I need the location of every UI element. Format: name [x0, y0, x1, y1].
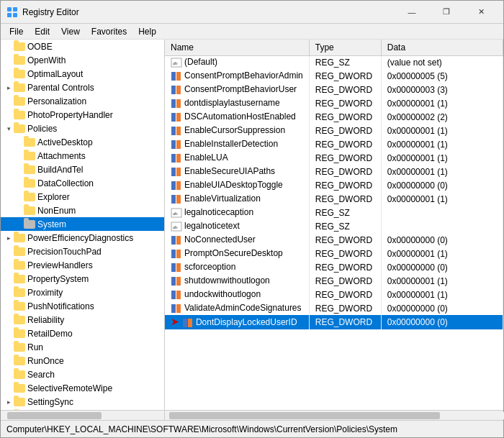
tree-item-activedesktop[interactable]: ActiveDesktop — [1, 135, 164, 149]
menu-item-help[interactable]: Help — [132, 25, 162, 38]
tree-item-run[interactable]: Run — [1, 340, 164, 354]
tree-toggle-nonenum[interactable] — [14, 206, 24, 216]
tree-toggle-optimallayout[interactable] — [4, 69, 14, 79]
tree-label-runonce: RunOnce — [27, 356, 64, 366]
tree-toggle-runonce[interactable] — [4, 356, 14, 366]
svg-rect-58 — [171, 263, 176, 268]
menu-item-edit[interactable]: Edit — [29, 25, 55, 38]
tree-item-datacollection[interactable]: DataCollection — [1, 176, 164, 190]
tree-toggle-search[interactable] — [4, 370, 14, 380]
tree-item-previewhandlers[interactable]: PreviewHandlers — [1, 258, 164, 272]
row-type-icon-0: ab — [171, 57, 182, 68]
table-row[interactable]: EnableVirtualizationREG_DWORD0x00000001 … — [165, 192, 503, 206]
tree-toggle-previewhandlers[interactable] — [4, 260, 14, 270]
tree-item-personalization[interactable]: Personalization — [1, 94, 164, 108]
table-row[interactable]: undockwithoutlogonREG_DWORD0x00000001 (1… — [165, 288, 503, 301]
table-row[interactable]: ValidateAdminCodeSignaturesREG_DWORD0x00… — [165, 301, 503, 315]
tree-item-proximity[interactable]: Proximity — [1, 286, 164, 299]
tree-pane[interactable]: OOBEOpenWithOptimalLayout▸Parental Contr… — [1, 40, 165, 410]
row-type-icon-1 — [171, 70, 182, 82]
tree-item-optimallayout[interactable]: OptimalLayout — [1, 67, 164, 81]
svg-rect-63 — [176, 277, 181, 281]
registry-hscroll[interactable] — [165, 411, 503, 420]
tree-item-pushnotifications[interactable]: PushNotifications — [1, 299, 164, 313]
tree-item-openwith[interactable]: OpenWith — [1, 53, 164, 67]
table-row[interactable]: PromptOnSecureDesktopREG_DWORD0x00000001… — [165, 247, 503, 260]
table-row[interactable]: EnableSecureUIAPathsREG_DWORD0x00000001 … — [165, 165, 503, 178]
tree-item-settingsync[interactable]: ▸SettingSync — [1, 395, 164, 409]
tree-hscroll[interactable] — [1, 411, 165, 420]
tree-item-parental[interactable]: ▸Parental Controls — [1, 81, 164, 94]
table-row[interactable]: EnableUIADesktopToggleREG_DWORD0x0000000… — [165, 178, 503, 192]
menu-item-view[interactable]: View — [55, 25, 86, 38]
tree-toggle-buildandtel[interactable] — [14, 165, 24, 175]
table-row[interactable]: scforceoptionREG_DWORD0x00000000 (0) — [165, 260, 503, 274]
cell-name-0: ab(Default) — [165, 55, 309, 69]
tree-toggle-oobe[interactable] — [4, 42, 14, 52]
tree-item-photoproperty[interactable]: PhotoPropertyHandler — [1, 108, 164, 122]
table-row[interactable]: ablegalnoticetextREG_SZ — [165, 219, 503, 233]
svg-rect-51 — [176, 236, 181, 240]
menu-item-favorites[interactable]: Favorites — [86, 25, 132, 38]
table-row[interactable]: EnableLUAREG_DWORD0x00000001 (1) — [165, 151, 503, 165]
tree-item-oobe[interactable]: OOBE — [1, 40, 164, 53]
tree-toggle-reliability[interactable] — [4, 315, 14, 325]
cell-type-16: REG_DWORD — [309, 274, 381, 288]
tree-toggle-parental[interactable]: ▸ — [4, 83, 14, 93]
tree-item-reliability[interactable]: Reliability — [1, 313, 164, 327]
svg-rect-66 — [171, 291, 176, 295]
row-type-icon-5 — [171, 125, 182, 137]
tree-item-search[interactable]: Search — [1, 368, 164, 381]
tree-toggle-precisiontouchpad[interactable] — [4, 247, 14, 257]
tree-item-nonenum[interactable]: NonEnum — [1, 204, 164, 217]
tree-item-explorer[interactable]: Explorer — [1, 190, 164, 204]
tree-toggle-explorer[interactable] — [14, 192, 24, 202]
table-row[interactable]: shutdownwithoutlogonREG_DWORD0x00000001 … — [165, 274, 503, 288]
table-row[interactable]: dontdisplaylastusernameREG_DWORD0x000000… — [165, 96, 503, 110]
menu-item-file[interactable]: File — [4, 25, 29, 38]
tree-item-attachments[interactable]: Attachments — [1, 149, 164, 163]
table-row[interactable]: DSCAutomationHostEnabledREG_DWORD0x00000… — [165, 110, 503, 124]
tree-toggle-propertysystem[interactable] — [4, 274, 14, 284]
maximize-button[interactable]: ❐ — [430, 1, 463, 24]
tree-item-retaildemo[interactable]: RetailDemo — [1, 327, 164, 340]
table-row[interactable]: ConsentPromptBehaviorUserREG_DWORD0x0000… — [165, 83, 503, 96]
tree-toggle-powerefficiency[interactable]: ▸ — [4, 233, 14, 243]
table-row[interactable]: ConsentPromptBehaviorAdminREG_DWORD0x000… — [165, 69, 503, 83]
table-row[interactable]: ➤ DontDisplayLockedUserIDREG_DWORD0x0000… — [165, 315, 503, 329]
tree-toggle-pushnotifications[interactable] — [4, 301, 14, 311]
tree-toggle-openwith[interactable] — [4, 55, 14, 65]
tree-item-selectiveremotewipe[interactable]: SelectiveRemoteWipe — [1, 381, 164, 395]
table-row[interactable]: EnableInstallerDetectionREG_DWORD0x00000… — [165, 137, 503, 151]
table-row[interactable]: NoConnectedUserREG_DWORD0x00000000 (0) — [165, 233, 503, 247]
tree-toggle-settingsync[interactable]: ▸ — [4, 397, 14, 407]
minimize-button[interactable]: — — [395, 1, 428, 24]
tree-item-propertysystem[interactable]: PropertySystem — [1, 272, 164, 286]
tree-toggle-activedesktop[interactable] — [14, 137, 24, 147]
svg-rect-2 — [7, 13, 12, 17]
tree-item-buildandtel[interactable]: BuildAndTel — [1, 163, 164, 176]
tree-toggle-selectiveremotewipe[interactable] — [4, 383, 14, 393]
cell-name-2: ConsentPromptBehaviorUser — [165, 83, 309, 96]
table-row[interactable]: EnableCursorSuppressionREG_DWORD0x000000… — [165, 124, 503, 137]
tree-toggle-policies[interactable]: ▾ — [4, 124, 14, 134]
tree-toggle-run[interactable] — [4, 342, 14, 352]
tree-toggle-system[interactable] — [14, 219, 24, 229]
tree-toggle-datacollection[interactable] — [14, 178, 24, 188]
tree-item-precisiontouchpad[interactable]: PrecisionTouchPad — [1, 245, 164, 258]
tree-item-policies[interactable]: ▾Policies — [1, 122, 164, 135]
tree-toggle-photoproperty[interactable] — [4, 110, 14, 120]
tree-toggle-personalization[interactable] — [4, 96, 14, 106]
tree-toggle-attachments[interactable] — [14, 151, 24, 161]
tree-item-system[interactable]: System — [1, 217, 164, 231]
registry-pane[interactable]: Name Type Data ab(Default)REG_SZ(value n… — [165, 40, 503, 410]
cell-name-19: ➤ DontDisplayLockedUserID — [165, 315, 309, 329]
tree-toggle-retaildemo[interactable] — [4, 329, 14, 339]
close-button[interactable]: ✕ — [464, 1, 498, 24]
table-row[interactable]: ab(Default)REG_SZ(value not set) — [165, 55, 503, 69]
tree-item-runonce[interactable]: RunOnce — [1, 354, 164, 368]
row-name-text-4: DSCAutomationHostEnabled — [184, 111, 296, 122]
table-row[interactable]: ablegalnoticecaptionREG_SZ — [165, 206, 503, 219]
tree-toggle-proximity[interactable] — [4, 288, 14, 298]
tree-item-powerefficiency[interactable]: ▸PowerEfficiencyDiagnostics — [1, 231, 164, 245]
